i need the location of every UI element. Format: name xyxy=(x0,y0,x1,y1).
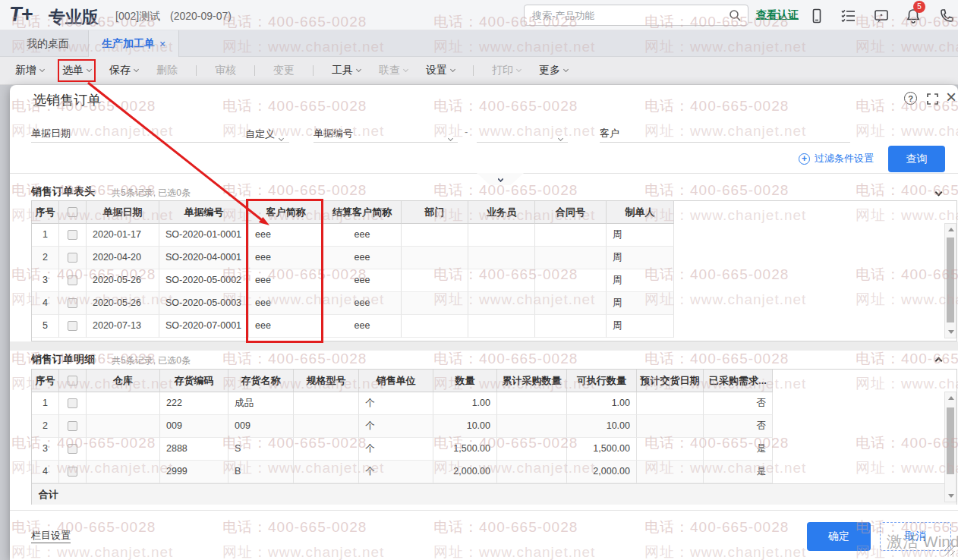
row-checkbox[interactable] xyxy=(68,421,77,431)
toolbar-item-tools[interactable]: 工具 xyxy=(332,64,361,77)
column-header[interactable]: 客户简称 xyxy=(249,201,323,224)
row-checkbox[interactable] xyxy=(68,398,77,408)
table-cell: eee xyxy=(249,315,323,338)
task-list-icon[interactable] xyxy=(840,8,857,24)
scroll-up-icon[interactable] xyxy=(948,396,954,400)
column-header[interactable]: 数量 xyxy=(433,370,497,392)
scrollbar-thumb[interactable] xyxy=(947,238,954,322)
select-all-checkbox[interactable] xyxy=(68,376,77,385)
ok-button[interactable]: 确定 xyxy=(807,522,871,551)
column-header[interactable]: 业务员 xyxy=(468,201,535,224)
column-header[interactable]: 可执行数量 xyxy=(567,370,637,392)
column-header[interactable]: 累计采购数量 xyxy=(497,370,567,392)
filter-date-range-type[interactable]: 自定义 xyxy=(245,127,275,141)
row-checkbox[interactable] xyxy=(68,467,77,477)
query-button[interactable]: 查询 xyxy=(888,146,945,172)
verify-cert-link[interactable]: 查看认证 xyxy=(756,8,799,22)
collapse-detail-section-icon[interactable] xyxy=(934,354,946,366)
tab-bar: 我的桌面 生产加工单 × xyxy=(0,30,958,57)
toolbar-item-more[interactable]: 更多 xyxy=(539,64,568,77)
toolbar-item-audit[interactable]: 审核 xyxy=(215,64,236,77)
toolbar-item-new[interactable]: 新增 xyxy=(15,64,44,77)
table-row[interactable]: 1222成品个1.001.00否 xyxy=(32,392,773,415)
phone-icon[interactable] xyxy=(938,8,955,24)
search-input[interactable] xyxy=(531,9,728,22)
column-header[interactable]: 部门 xyxy=(402,201,468,224)
tab-production-order[interactable]: 生产加工单 × xyxy=(88,30,179,57)
section-splitter[interactable] xyxy=(10,341,958,351)
filter-customer-input[interactable] xyxy=(600,142,850,143)
filter-date-input[interactable] xyxy=(31,142,289,143)
table-cell: eee xyxy=(249,292,323,315)
table-row[interactable]: 42999B个2,000.002,000.00是 xyxy=(32,461,773,483)
column-header[interactable]: 序号 xyxy=(32,370,59,392)
scroll-down-icon[interactable] xyxy=(948,330,954,334)
toolbar-item-change[interactable]: 变更 xyxy=(273,64,295,77)
chevron-down-icon[interactable] xyxy=(449,131,452,143)
row-checkbox[interactable] xyxy=(68,321,77,331)
scroll-up-icon[interactable] xyxy=(948,228,954,231)
table1-scrollbar[interactable] xyxy=(944,223,956,338)
table-row[interactable]: 32020-05-26SO-2020-05-0002eeeeee周 xyxy=(32,269,674,292)
chevron-down-icon[interactable] xyxy=(279,131,283,143)
column-header[interactable]: 单据编号 xyxy=(159,201,249,224)
table-cell: 222 xyxy=(160,392,228,415)
scrollbar-thumb[interactable] xyxy=(947,407,954,474)
table-row[interactable]: 2009009个10.0010.00否 xyxy=(32,415,773,438)
column-header[interactable]: 结算客户简称 xyxy=(323,201,402,224)
table-cell xyxy=(59,392,87,415)
help-icon[interactable]: ? xyxy=(904,92,917,105)
filter-settings-link[interactable]: + 过滤条件设置 xyxy=(799,152,874,165)
search-icon[interactable] xyxy=(728,8,742,22)
toolbar-item-save[interactable]: 保存 xyxy=(109,64,138,77)
filter-code-to-input[interactable] xyxy=(477,142,568,143)
table-cell: 5 xyxy=(32,315,59,338)
column-header[interactable]: 制单人 xyxy=(607,201,674,224)
row-checkbox[interactable] xyxy=(68,298,77,308)
message-icon[interactable] xyxy=(873,8,890,24)
column-header[interactable]: 序号 xyxy=(32,201,59,224)
resize-grip[interactable] xyxy=(944,545,955,555)
column-header[interactable]: 合同号 xyxy=(535,201,607,224)
table-row[interactable]: 22020-04-20SO-2020-04-0001eeeeee周 xyxy=(32,247,674,269)
chevron-down-icon[interactable] xyxy=(559,131,563,143)
product-search-box[interactable] xyxy=(524,5,748,26)
row-checkbox[interactable] xyxy=(68,253,77,263)
column-header[interactable]: 已采购需求... xyxy=(704,370,773,392)
column-header[interactable]: 单据日期 xyxy=(87,201,159,224)
column-header[interactable]: 规格型号 xyxy=(294,370,359,392)
filter-code-from-input[interactable] xyxy=(314,142,458,143)
close-icon[interactable]: × xyxy=(946,87,956,108)
cancel-button[interactable]: 取消 xyxy=(880,522,951,551)
column-header[interactable]: 销售单位 xyxy=(359,370,433,392)
tab-my-desktop[interactable]: 我的桌面 xyxy=(27,37,69,51)
table-row[interactable]: 32888S个1,500.001,500.00是 xyxy=(32,438,773,461)
select-all-checkbox[interactable] xyxy=(68,207,77,217)
toolbar-item-linkquery[interactable]: 联查 xyxy=(379,64,408,77)
table-cell: 10.00 xyxy=(567,415,637,438)
column-header[interactable]: 存货名称 xyxy=(228,370,294,392)
table-row[interactable]: 52020-07-13SO-2020-07-0001eeeeee周 xyxy=(32,315,674,338)
mobile-app-icon[interactable] xyxy=(808,8,825,24)
column-settings-link[interactable]: 栏目设置 xyxy=(31,529,71,543)
row-checkbox[interactable] xyxy=(68,275,77,285)
column-header[interactable]: 仓库 xyxy=(87,370,160,392)
scroll-down-icon[interactable] xyxy=(948,494,954,498)
table-row[interactable]: 42020-05-26SO-2020-05-0003eeeeee周 xyxy=(32,292,674,315)
column-header[interactable]: 预计交货日期 xyxy=(637,370,704,392)
toolbar-item-print[interactable]: 打印 xyxy=(492,64,521,77)
column-header[interactable]: 存货编码 xyxy=(160,370,228,392)
maximize-icon[interactable] xyxy=(927,93,938,105)
toolbar-item-delete[interactable]: 删除 xyxy=(156,64,178,77)
row-checkbox[interactable] xyxy=(68,230,77,240)
table-cell xyxy=(294,415,359,438)
table2-scrollbar[interactable] xyxy=(944,392,956,502)
tab-close-icon[interactable]: × xyxy=(159,38,165,50)
toolbar-item-settings[interactable]: 设置 xyxy=(426,64,455,77)
toolbar-item-select[interactable]: 选单 xyxy=(62,64,91,77)
table-cell: 2,000.00 xyxy=(433,461,497,483)
table-row[interactable]: 12020-01-17SO-2020-01-0001eeeeee周 xyxy=(32,224,674,247)
row-checkbox[interactable] xyxy=(68,444,77,454)
toolbar-item-label: 审核 xyxy=(215,64,236,77)
collapse-header-section-icon[interactable] xyxy=(934,186,946,198)
